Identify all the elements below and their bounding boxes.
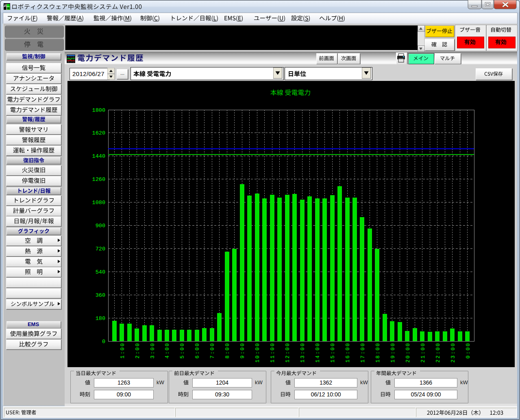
svg-text:1800: 1800 [92, 107, 105, 113]
svg-text:17:00: 17:00 [360, 342, 366, 363]
svg-text:10:00: 10:00 [255, 342, 261, 363]
svg-text:1440: 1440 [92, 153, 105, 159]
svg-text:B: B [7, 7, 9, 10]
svg-text:2:00: 2:00 [135, 342, 141, 359]
svg-text:540: 540 [96, 269, 105, 275]
svg-text:6:00: 6:00 [194, 342, 200, 359]
svg-text:3:00: 3:00 [150, 342, 156, 359]
svg-text:19:00: 19:00 [390, 342, 396, 363]
svg-text:18:00: 18:00 [375, 342, 381, 363]
svg-text:5:00: 5:00 [179, 342, 185, 359]
svg-text:1080: 1080 [92, 200, 105, 206]
svg-text:1620: 1620 [92, 130, 105, 136]
svg-text:360: 360 [96, 292, 105, 298]
svg-text:12:00: 12:00 [285, 342, 291, 363]
svg-text:20:00: 20:00 [405, 342, 411, 363]
svg-text:22:00: 22:00 [435, 342, 441, 363]
svg-text:21:00: 21:00 [420, 342, 426, 363]
svg-text:23:00: 23:00 [450, 342, 456, 363]
svg-text:13:00: 13:00 [300, 342, 306, 363]
svg-text:11:00: 11:00 [270, 342, 276, 363]
svg-text:9:00: 9:00 [239, 342, 246, 359]
svg-text:15:00: 15:00 [330, 342, 336, 363]
svg-text:180: 180 [96, 316, 105, 322]
svg-text:1260: 1260 [92, 176, 105, 183]
svg-text:P: P [4, 4, 7, 7]
svg-text:0:00: 0:00 [465, 342, 471, 359]
svg-text:0: 0 [102, 339, 105, 345]
svg-text:14:00: 14:00 [315, 342, 321, 363]
svg-text:4:00: 4:00 [164, 342, 170, 359]
svg-text:1:00: 1:00 [120, 342, 126, 359]
svg-text:900: 900 [96, 223, 105, 229]
svg-text:7:00: 7:00 [209, 342, 215, 359]
svg-text:720: 720 [96, 246, 105, 252]
svg-text:16:00: 16:00 [345, 342, 351, 363]
svg-text:8:00: 8:00 [224, 342, 231, 359]
